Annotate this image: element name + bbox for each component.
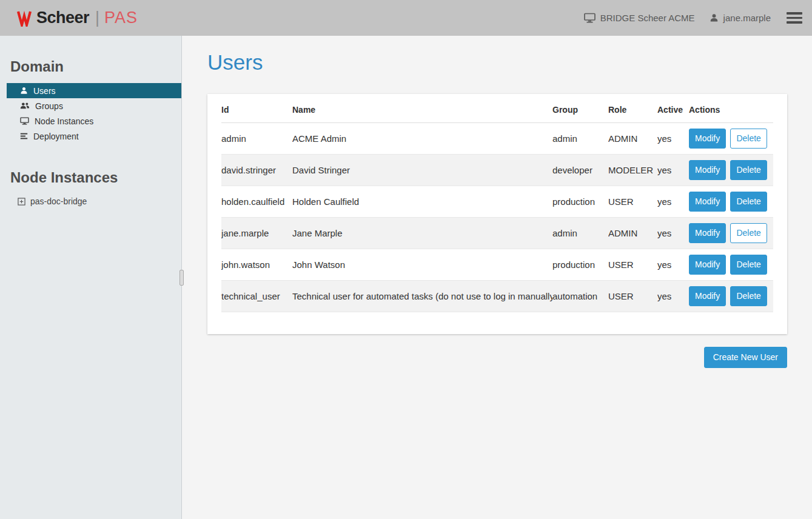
table-row: admin ACME Admin admin ADMIN yes Modify … bbox=[221, 123, 773, 155]
deployment-list-icon bbox=[20, 132, 28, 140]
delete-button[interactable]: Delete bbox=[730, 192, 767, 212]
cell-group: admin bbox=[552, 123, 608, 155]
cell-active: yes bbox=[657, 155, 689, 186]
node-instance-label: pas-doc-bridge bbox=[30, 196, 87, 206]
sidebar-item-label: Node Instances bbox=[35, 116, 93, 126]
node-instance-item[interactable]: pas-doc-bridge bbox=[0, 196, 181, 206]
column-header-active: Active bbox=[657, 94, 689, 123]
table-row: holden.caulfield Holden Caulfield produc… bbox=[221, 186, 773, 218]
users-table: Id Name Group Role Active Actions admin … bbox=[221, 94, 773, 312]
user-icon bbox=[20, 87, 28, 95]
cell-group: production bbox=[552, 249, 608, 281]
display-icon bbox=[584, 13, 596, 23]
table-row: david.stringer David Stringer developer … bbox=[221, 155, 773, 186]
cell-id: jane.marple bbox=[221, 218, 292, 249]
sidebar-item-label: Deployment bbox=[33, 132, 79, 141]
brand-product: PAS bbox=[104, 8, 138, 27]
users-icon bbox=[20, 102, 30, 110]
splitter-handle[interactable] bbox=[180, 270, 184, 286]
cell-group: developer bbox=[552, 155, 608, 186]
column-header-role: Role bbox=[608, 94, 657, 123]
hamburger-menu-button[interactable] bbox=[785, 10, 804, 26]
scheer-mark-icon bbox=[17, 10, 32, 27]
cell-role: USER bbox=[608, 186, 657, 218]
cell-id: holden.caulfield bbox=[221, 186, 292, 218]
delete-button[interactable]: Delete bbox=[730, 129, 767, 149]
sidebar-section-domain-title: Domain bbox=[0, 58, 181, 75]
main-content: Users Id Name Group Role Active Actions bbox=[182, 36, 812, 519]
cell-name: Holden Caulfield bbox=[292, 186, 552, 218]
column-header-group: Group bbox=[552, 94, 608, 123]
user-indicator: jane.marple bbox=[710, 13, 771, 23]
plus-square-icon[interactable] bbox=[18, 198, 25, 206]
table-row: jane.marple Jane Marple admin ADMIN yes … bbox=[221, 218, 773, 249]
column-header-actions: Actions bbox=[689, 94, 773, 123]
cell-name: ACME Admin bbox=[292, 123, 552, 155]
main-layout: Domain Users Groups Node Instances bbox=[0, 36, 812, 519]
modify-button[interactable]: Modify bbox=[689, 255, 726, 275]
cell-active: yes bbox=[657, 281, 689, 312]
sidebar-item-users[interactable]: Users bbox=[7, 83, 181, 98]
cell-name: Jane Marple bbox=[292, 218, 552, 249]
sidebar-item-deployment[interactable]: Deployment bbox=[7, 129, 181, 144]
cell-name: David Stringer bbox=[292, 155, 552, 186]
cell-role: ADMIN bbox=[608, 218, 657, 249]
domain-nav: Users Groups Node Instances Deployment bbox=[0, 83, 181, 144]
column-header-name: Name bbox=[292, 94, 552, 123]
sidebar-item-node-instances[interactable]: Node Instances bbox=[7, 113, 181, 129]
cell-actions: Modify Delete bbox=[689, 249, 773, 281]
sidebar-item-label: Users bbox=[33, 86, 56, 96]
user-icon bbox=[710, 13, 719, 22]
cell-role: USER bbox=[608, 281, 657, 312]
brand-divider: | bbox=[95, 8, 99, 27]
sidebar-section-node-instances-title: Node Instances bbox=[0, 169, 181, 186]
sidebar-item-groups[interactable]: Groups bbox=[7, 98, 181, 113]
cell-active: yes bbox=[657, 123, 689, 155]
cell-role: ADMIN bbox=[608, 123, 657, 155]
column-header-id: Id bbox=[221, 94, 292, 123]
instance-indicator: BRIDGE Scheer ACME bbox=[584, 13, 695, 23]
cell-name: Technical user for automated tasks (do n… bbox=[292, 281, 552, 312]
cell-actions: Modify Delete bbox=[689, 186, 773, 218]
delete-button[interactable]: Delete bbox=[730, 286, 767, 306]
cell-id: admin bbox=[221, 123, 292, 155]
delete-button[interactable]: Delete bbox=[730, 255, 767, 275]
cell-actions: Modify Delete bbox=[689, 218, 773, 249]
user-label: jane.marple bbox=[723, 13, 771, 23]
table-row: technical_user Technical user for automa… bbox=[221, 281, 773, 312]
delete-button[interactable]: Delete bbox=[730, 223, 767, 243]
sidebar: Domain Users Groups Node Instances bbox=[0, 36, 182, 519]
sidebar-item-label: Groups bbox=[35, 101, 63, 111]
modify-button[interactable]: Modify bbox=[689, 192, 726, 212]
users-table-card: Id Name Group Role Active Actions admin … bbox=[207, 94, 787, 334]
cell-group: automation bbox=[552, 281, 608, 312]
cell-active: yes bbox=[657, 218, 689, 249]
cell-role: MODELER bbox=[608, 155, 657, 186]
brand-logo: Scheer | PAS bbox=[17, 8, 138, 27]
modify-button[interactable]: Modify bbox=[689, 286, 726, 306]
modify-button[interactable]: Modify bbox=[689, 223, 726, 243]
cell-id: technical_user bbox=[221, 281, 292, 312]
table-footer-actions: Create New User bbox=[207, 347, 787, 368]
brand-name: Scheer bbox=[36, 8, 89, 27]
cell-id: david.stringer bbox=[221, 155, 292, 186]
modify-button[interactable]: Modify bbox=[689, 160, 726, 180]
cell-group: admin bbox=[552, 218, 608, 249]
cell-name: John Watson bbox=[292, 249, 552, 281]
table-row: john.watson John Watson production USER … bbox=[221, 249, 773, 281]
create-new-user-button[interactable]: Create New User bbox=[704, 347, 787, 368]
page-title: Users bbox=[207, 52, 787, 73]
instance-label: BRIDGE Scheer ACME bbox=[600, 13, 695, 23]
cell-actions: Modify Delete bbox=[689, 155, 773, 186]
cell-role: USER bbox=[608, 249, 657, 281]
table-header-row: Id Name Group Role Active Actions bbox=[221, 94, 773, 123]
top-bar-right: BRIDGE Scheer ACME jane.marple bbox=[584, 10, 804, 26]
display-icon bbox=[20, 117, 29, 125]
cell-active: yes bbox=[657, 186, 689, 218]
cell-group: production bbox=[552, 186, 608, 218]
cell-actions: Modify Delete bbox=[689, 281, 773, 312]
delete-button[interactable]: Delete bbox=[730, 160, 767, 180]
top-bar: Scheer | PAS BRIDGE Scheer ACME jane.mar… bbox=[0, 0, 812, 36]
cell-active: yes bbox=[657, 249, 689, 281]
modify-button[interactable]: Modify bbox=[689, 129, 726, 149]
